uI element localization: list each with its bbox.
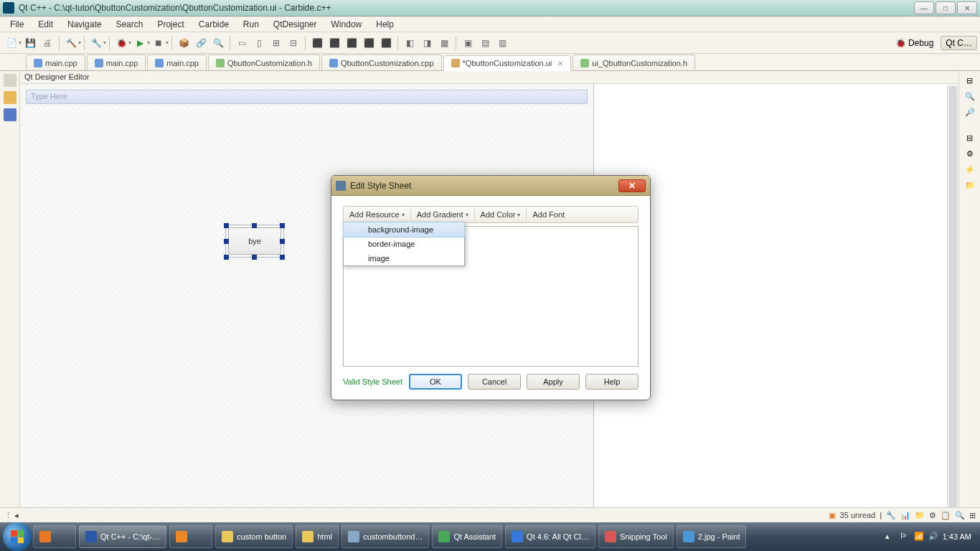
layout-grid-icon[interactable]: ⊞ bbox=[270, 37, 283, 50]
link-icon[interactable]: 🔗 bbox=[194, 37, 207, 50]
task-folder-custombutton[interactable]: custom button bbox=[215, 525, 293, 548]
props-icon[interactable]: ⚙ bbox=[963, 147, 976, 160]
menu-project[interactable]: Project bbox=[150, 18, 191, 31]
close-icon[interactable]: ✕ bbox=[557, 60, 563, 67]
dropdown-border-image[interactable]: border-image bbox=[344, 237, 464, 251]
save-icon[interactable]: 💾 bbox=[24, 37, 37, 50]
task-paint[interactable]: 2.jpg - Paint bbox=[677, 525, 747, 548]
layout-v-icon[interactable]: ▯ bbox=[253, 37, 265, 50]
status-icon-1[interactable]: 🔧 bbox=[886, 511, 896, 520]
task-vlc[interactable] bbox=[33, 525, 76, 548]
align-center-icon[interactable]: ⬛ bbox=[328, 37, 341, 50]
help-button[interactable]: Help bbox=[585, 374, 639, 390]
widget2-icon[interactable]: ◨ bbox=[420, 37, 433, 50]
start-button[interactable] bbox=[3, 522, 32, 551]
scrollbar-vertical[interactable] bbox=[947, 85, 958, 522]
handle-nw[interactable] bbox=[224, 223, 229, 228]
align-right-icon[interactable]: ⬛ bbox=[345, 37, 358, 50]
menu-search[interactable]: Search bbox=[108, 18, 150, 31]
add-color-button[interactable]: Add Color ▾ bbox=[475, 208, 527, 221]
tab-qbutton-ui[interactable]: *QbuttonCustomization.ui✕ bbox=[443, 55, 572, 71]
qtc-perspective[interactable]: Qt C… bbox=[941, 36, 977, 50]
form3-icon[interactable]: ▥ bbox=[496, 37, 509, 50]
gutter-icon-2[interactable] bbox=[4, 91, 17, 104]
menu-edit[interactable]: Edit bbox=[31, 18, 60, 31]
run-icon[interactable]: ▶ bbox=[133, 37, 146, 50]
maximize-button[interactable]: □ bbox=[936, 1, 956, 14]
handle-sw[interactable] bbox=[224, 255, 229, 260]
task-snipping[interactable]: Snipping Tool bbox=[598, 525, 674, 548]
layout-h-icon[interactable]: ▭ bbox=[235, 37, 248, 50]
form-icon[interactable]: ▣ bbox=[461, 37, 474, 50]
build-icon[interactable]: 🔨 bbox=[65, 37, 77, 50]
add-gradient-button[interactable]: Add Gradient ▾ bbox=[411, 208, 475, 221]
search2-icon[interactable]: 🔎 bbox=[963, 105, 976, 118]
task-qtcpp[interactable]: Qt C++ - C:\qt-… bbox=[79, 525, 166, 548]
restore-icon[interactable]: ⊟ bbox=[963, 74, 976, 87]
search-icon[interactable]: 🔍 bbox=[212, 37, 225, 50]
form2-icon[interactable]: ▤ bbox=[479, 37, 491, 50]
signals-icon[interactable]: ⚡ bbox=[963, 163, 976, 176]
tray-chevron-icon[interactable]: ▴ bbox=[885, 532, 895, 542]
widget3-icon[interactable]: ▦ bbox=[438, 37, 451, 50]
new-icon[interactable]: 📄 bbox=[5, 37, 18, 50]
tab-main-cpp-2[interactable]: main.cpp bbox=[87, 55, 146, 70]
menu-help[interactable]: Help bbox=[369, 18, 401, 31]
task-browser[interactable]: Qt 4.6: All Qt Cl… bbox=[505, 525, 595, 548]
dialog-titlebar[interactable]: Edit Style Sheet ✕ bbox=[331, 176, 650, 196]
restore2-icon[interactable]: ⊟ bbox=[963, 131, 976, 144]
debug-icon[interactable]: 🐞 bbox=[115, 37, 128, 50]
tab-ui-qbutton-h[interactable]: ui_QbuttonCustomization.h bbox=[573, 55, 695, 70]
status-icon-5[interactable]: 📋 bbox=[941, 511, 951, 520]
status-icon-3[interactable]: 📁 bbox=[915, 511, 925, 520]
menu-file[interactable]: File bbox=[3, 18, 31, 31]
tray-network-icon[interactable]: 📶 bbox=[914, 532, 924, 542]
add-font-button[interactable]: Add Font bbox=[527, 208, 570, 221]
task-media[interactable] bbox=[169, 525, 212, 548]
handle-n[interactable] bbox=[252, 223, 257, 228]
minimize-button[interactable]: — bbox=[914, 1, 934, 14]
task-folder-html[interactable]: html bbox=[296, 525, 339, 548]
align-top-icon[interactable]: ⬛ bbox=[362, 37, 375, 50]
designed-button[interactable]: bye bbox=[228, 227, 281, 255]
align-bottom-icon[interactable]: ⬛ bbox=[380, 37, 392, 50]
close-button[interactable]: ✕ bbox=[957, 1, 977, 14]
tab-main-cpp-1[interactable]: main.cpp bbox=[26, 55, 85, 70]
status-icon-6[interactable]: 🔍 bbox=[955, 511, 965, 520]
nav-icon[interactable]: 🔍 bbox=[963, 90, 976, 103]
add-resource-button[interactable]: Add Resource ▾ bbox=[344, 208, 411, 221]
resources-icon[interactable]: 📁 bbox=[963, 179, 976, 192]
menu-carbide[interactable]: Carbide bbox=[192, 18, 236, 31]
tab-qbutton-h[interactable]: QbuttonCustomization.h bbox=[208, 55, 320, 70]
layout-break-icon[interactable]: ⊟ bbox=[287, 37, 300, 50]
menu-navigate[interactable]: Navigate bbox=[60, 18, 108, 31]
tab-main-cpp-3[interactable]: main.cpp bbox=[147, 55, 207, 70]
dialog-close-button[interactable]: ✕ bbox=[618, 179, 646, 192]
handle-s[interactable] bbox=[252, 255, 257, 260]
tab-qbutton-cpp[interactable]: QbuttonCustomization.cpp bbox=[321, 55, 442, 70]
handle-w[interactable] bbox=[224, 239, 229, 244]
clock[interactable]: 1:43 AM bbox=[943, 532, 971, 541]
stop-icon[interactable]: ⏹ bbox=[152, 37, 165, 50]
handle-e[interactable] bbox=[280, 239, 285, 244]
status-icon-7[interactable]: ⊞ bbox=[969, 511, 976, 520]
type-here-hint[interactable]: Type Here bbox=[26, 90, 588, 104]
gutter-icon-1[interactable] bbox=[4, 74, 17, 87]
tray-volume-icon[interactable]: 🔊 bbox=[928, 532, 938, 542]
status-icon-4[interactable]: ⚙ bbox=[929, 511, 936, 520]
tool-icon[interactable]: 🔧 bbox=[90, 37, 103, 50]
dropdown-image[interactable]: image bbox=[344, 251, 464, 265]
align-left-icon[interactable]: ⬛ bbox=[311, 37, 324, 50]
cancel-button[interactable]: Cancel bbox=[468, 374, 521, 390]
task-custombuttond[interactable]: custombuttond… bbox=[341, 525, 429, 548]
rss-icon[interactable]: ▣ bbox=[829, 511, 836, 520]
menu-qtdesigner[interactable]: QtDesigner bbox=[266, 18, 324, 31]
print-icon[interactable]: 🖨 bbox=[41, 37, 54, 50]
ok-button[interactable]: OK bbox=[409, 374, 462, 390]
menu-window[interactable]: Window bbox=[324, 18, 369, 31]
widget-icon[interactable]: ◧ bbox=[403, 37, 416, 50]
unread-count[interactable]: 35 unread bbox=[840, 511, 876, 519]
handle-se[interactable] bbox=[280, 255, 285, 260]
handle-ne[interactable] bbox=[280, 223, 285, 228]
status-icon-2[interactable]: 📊 bbox=[900, 511, 910, 520]
